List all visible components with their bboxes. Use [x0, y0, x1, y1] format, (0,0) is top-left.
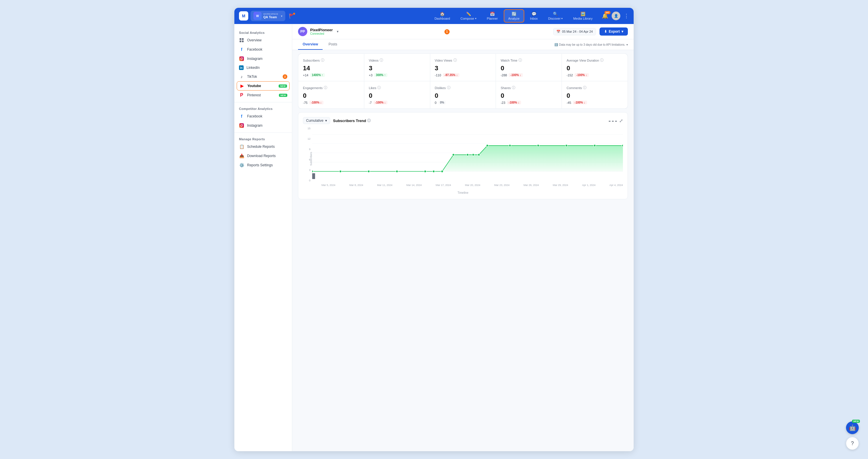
- sidebar-item-reports-settings[interactable]: ⚙️ Reports Settings: [235, 161, 292, 170]
- shares-info-icon[interactable]: ⓘ: [512, 85, 515, 90]
- flag-button[interactable]: 🚩: [289, 13, 294, 19]
- sidebar-item-facebook[interactable]: f Facebook: [235, 45, 292, 54]
- content-area: PP PixelPioneer Connected ▾ 1 📅 05 Mar 2…: [292, 24, 633, 451]
- timeline-label: Timeline: [303, 191, 623, 194]
- social-analytics-title: Social Analytics: [235, 29, 292, 36]
- tab-posts[interactable]: Posts: [324, 39, 342, 50]
- comments-delta-pct: -100% ↓: [573, 101, 587, 104]
- nav-inbox[interactable]: 💬 Inbox: [525, 9, 542, 23]
- likes-info-icon[interactable]: ⓘ: [377, 85, 381, 90]
- subscribers-label: Subscribers: [303, 59, 320, 62]
- notification-button[interactable]: 🔔 247: [602, 13, 608, 19]
- sidebar-item-download-reports[interactable]: 📥 Download Reports: [235, 151, 292, 161]
- date-range-selector[interactable]: 📅 05 Mar 24 - 04 Apr 24: [553, 28, 596, 35]
- sidebar-item-overview[interactable]: Overview: [235, 36, 292, 45]
- video-views-label: Video Views: [435, 59, 452, 62]
- download-reports-label: Download Reports: [247, 154, 287, 158]
- pinterest-new-badge: NEW: [279, 94, 287, 97]
- comp-instagram-label: Instagram: [247, 124, 287, 128]
- tab-overview[interactable]: Overview: [298, 39, 322, 50]
- videos-info-icon[interactable]: ⓘ: [380, 58, 383, 63]
- sidebar-item-pinterest[interactable]: P Pinterest NEW: [235, 91, 292, 100]
- videos-delta: +3: [369, 73, 373, 77]
- x-label-mar23: Mar 23, 2024: [494, 184, 509, 187]
- sidebar-item-instagram[interactable]: Instagram: [235, 54, 292, 63]
- more-options-icon[interactable]: ⋮: [624, 13, 629, 19]
- chart-type-chevron-icon: ▾: [325, 119, 327, 123]
- watch-time-value: 0: [500, 65, 557, 72]
- x-label-apr1: Apr 1, 2024: [582, 184, 596, 187]
- app-logo[interactable]: M: [239, 11, 248, 21]
- nav-dashboard-label: Dashboard: [435, 17, 450, 20]
- video-views-info-icon[interactable]: ⓘ: [454, 58, 457, 63]
- header-right: 📅 05 Mar 24 - 04 Apr 24 ⬇ Export ▾: [553, 28, 628, 36]
- workspace-selector[interactable]: W WORKSPACE QA Team ▾: [251, 11, 285, 21]
- media-library-icon: 🖼️: [580, 11, 585, 16]
- analyze-icon: 🔄: [512, 11, 517, 16]
- sidebar-divider-2: [235, 132, 292, 133]
- svg-point-23: [466, 154, 469, 156]
- discover-icon: 🔍: [553, 11, 558, 16]
- metric-comments: Comments ⓘ 0 -45 -100% ↓: [562, 81, 627, 108]
- api-notice-chevron-icon: ▾: [626, 43, 628, 46]
- metrics-grid: Subscribers ⓘ 14 +14 1400% ↑ Videos ⓘ 3: [298, 54, 628, 109]
- nav-discover[interactable]: 🔍 Discover ▾: [544, 9, 568, 23]
- subscribers-info-icon[interactable]: ⓘ: [321, 58, 324, 63]
- reports-settings-label: Reports Settings: [247, 163, 287, 167]
- svg-rect-2: [240, 40, 241, 42]
- user-avatar[interactable]: 👤: [612, 11, 620, 20]
- chart-type-label: Cumulative: [306, 119, 323, 123]
- nav-media-library-label: Media Library: [573, 17, 593, 20]
- tab-list: Overview Posts: [298, 39, 342, 50]
- chart-header: Cumulative ▾ Subscribers Trend ⓘ ⤢: [303, 117, 623, 124]
- calendar-icon: 📅: [556, 30, 560, 34]
- svg-rect-3: [242, 40, 244, 42]
- sidebar-item-comp-instagram[interactable]: Instagram: [235, 121, 292, 130]
- subscribers-delta-pct: 1400% ↑: [310, 73, 325, 77]
- profile-status: Connected: [310, 32, 333, 35]
- top-navigation: M W WORKSPACE QA Team ▾ 🚩 🏠 Dashboard ✏️…: [235, 8, 633, 24]
- nav-analyze[interactable]: 🔄 Analyze: [504, 9, 524, 23]
- sidebar-item-tiktok[interactable]: ♪ TikTok 2: [235, 72, 292, 81]
- chart-type-selector[interactable]: Cumulative ▾: [303, 117, 330, 124]
- facebook-icon: f: [239, 47, 244, 52]
- sidebar-item-schedule-reports[interactable]: 📋 Schedule Reports: [235, 142, 292, 151]
- chart-expand-button[interactable]: ⤢: [619, 118, 623, 124]
- dislikes-info-icon[interactable]: ⓘ: [447, 85, 451, 90]
- engagements-delta: -75: [303, 101, 308, 104]
- tiktok-icon: ♪: [239, 74, 244, 79]
- metric-engagements: Engagements ⓘ 0 -75 -100% ↓: [298, 81, 364, 108]
- y-label-12: 12: [304, 137, 310, 140]
- profile-selector[interactable]: PP PixelPioneer Connected ▾: [298, 27, 339, 36]
- watch-time-info-icon[interactable]: ⓘ: [519, 58, 522, 63]
- svg-point-15: [312, 170, 313, 173]
- sidebar-item-youtube[interactable]: ▶ Youtube NEW: [237, 81, 290, 91]
- inbox-icon: 💬: [531, 11, 536, 16]
- comp-instagram-icon: [239, 123, 244, 128]
- comments-info-icon[interactable]: ⓘ: [583, 85, 587, 90]
- subscribers-delta: +14: [303, 73, 308, 77]
- likes-delta-pct: -100% ↓: [374, 101, 388, 104]
- profile-name: PixelPioneer: [310, 28, 333, 32]
- likes-delta: -7: [369, 101, 372, 104]
- engagements-info-icon[interactable]: ⓘ: [324, 85, 327, 90]
- sidebar-item-linkedin[interactable]: in LinkedIn: [235, 63, 292, 72]
- flag-dot: [293, 13, 295, 15]
- y-label-0: 0: [304, 179, 310, 182]
- sidebar-item-comp-facebook[interactable]: f Facebook: [235, 112, 292, 121]
- nav-compose[interactable]: ✏️ Compose ▾: [456, 9, 481, 23]
- schedule-reports-label: Schedule Reports: [247, 144, 287, 149]
- shares-delta: -23: [500, 101, 505, 104]
- export-button[interactable]: ⬇ Export ▾: [599, 28, 628, 36]
- sidebar: Social Analytics Overview f Facebook Ins…: [235, 24, 292, 451]
- chart-title-info-icon[interactable]: ⓘ: [367, 118, 371, 123]
- svg-point-6: [243, 58, 243, 58]
- tabs-bar: Overview Posts ℹ️ Data may be up to 3 da…: [292, 39, 633, 50]
- avg-view-duration-info-icon[interactable]: ⓘ: [600, 58, 603, 63]
- profile-header: PP PixelPioneer Connected ▾ 1 📅 05 Mar 2…: [292, 24, 633, 39]
- nav-compose-label: Compose ▾: [461, 17, 476, 20]
- x-label-mar14: Mar 14, 2024: [406, 184, 422, 187]
- nav-dashboard[interactable]: 🏠 Dashboard: [430, 9, 455, 23]
- nav-planner[interactable]: 📅 Planner: [482, 9, 503, 23]
- nav-media-library[interactable]: 🖼️ Media Library: [568, 9, 597, 23]
